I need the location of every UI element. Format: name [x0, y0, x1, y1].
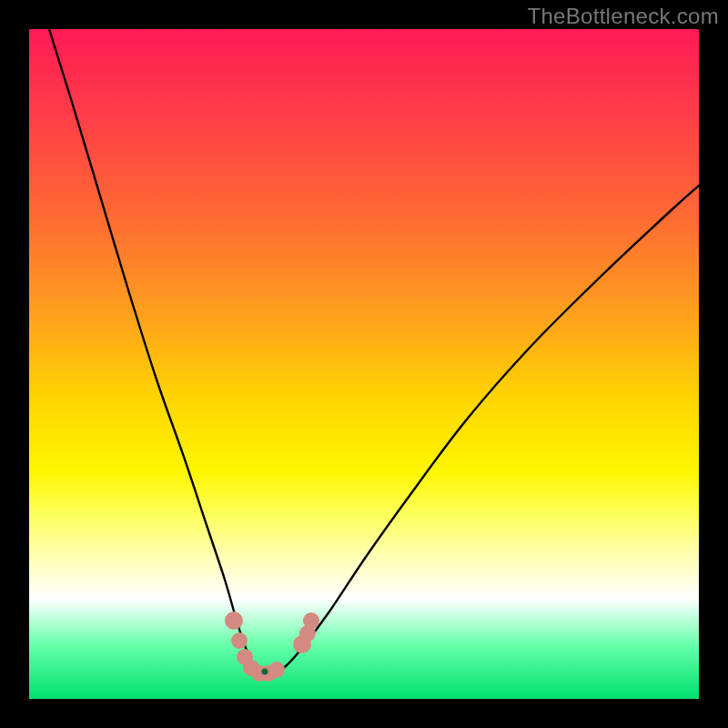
plot-area — [29, 29, 699, 699]
bottleneck-curve — [29, 29, 699, 699]
svg-point-0 — [225, 612, 243, 630]
svg-point-6 — [268, 662, 285, 678]
svg-point-1 — [231, 632, 248, 649]
watermark-text: TheBottleneck.com — [527, 4, 719, 29]
svg-point-10 — [262, 669, 268, 675]
svg-point-9 — [303, 612, 319, 629]
chart-frame: TheBottleneck.com — [0, 0, 728, 728]
